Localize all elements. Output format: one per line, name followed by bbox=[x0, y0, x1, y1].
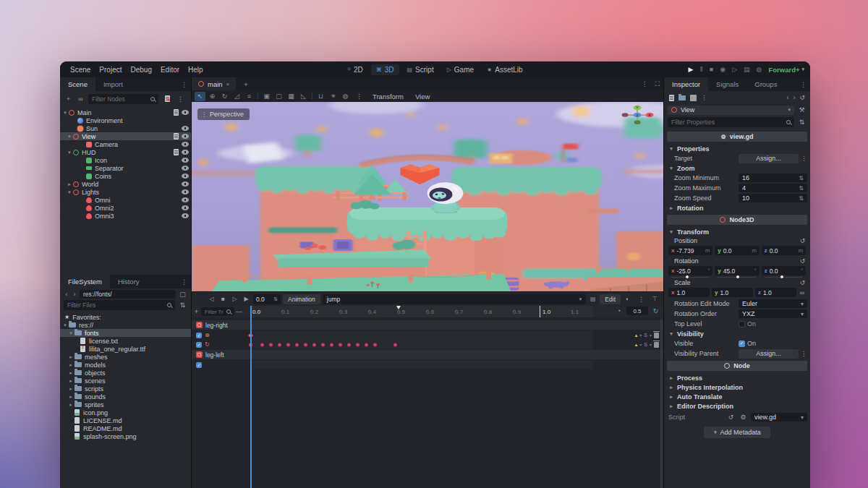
tree-row-omni[interactable]: Omni bbox=[60, 196, 191, 204]
rotation-y-field[interactable]: y45.0° bbox=[715, 266, 759, 275]
play-scene-button[interactable]: ▷ bbox=[732, 66, 737, 73]
tree-row-icon[interactable]: Icon bbox=[60, 156, 191, 164]
tree-row-environment[interactable]: Environment bbox=[60, 116, 191, 124]
top-level-checkbox[interactable] bbox=[739, 321, 745, 328]
animation-name-field[interactable]: jump▾ bbox=[323, 294, 587, 304]
track-row-1[interactable]: ✓ ⊕ ▴▾S▾ bbox=[192, 330, 663, 340]
view-menu[interactable]: View bbox=[410, 93, 435, 100]
script-badge-icon[interactable] bbox=[174, 149, 179, 155]
env-preview-icon[interactable]: ◍ bbox=[340, 92, 351, 101]
delete-track-icon[interactable] bbox=[654, 333, 659, 338]
file-row-models[interactable]: ▸models bbox=[60, 361, 191, 369]
load-resource-icon[interactable] bbox=[678, 95, 686, 100]
script-category-bar[interactable]: ⚙view.gd bbox=[667, 132, 807, 142]
filter-tracks-input[interactable] bbox=[201, 307, 234, 316]
anim-step-forward-button[interactable]: ▷ bbox=[230, 294, 239, 304]
filter-properties-input[interactable] bbox=[668, 117, 794, 127]
tab-list-menu-icon[interactable]: ⋮ bbox=[638, 77, 652, 90]
new-scene-tab-button[interactable]: + bbox=[236, 77, 256, 90]
rotate-tool-icon[interactable]: ↻ bbox=[219, 92, 230, 101]
anim-menu-icon[interactable]: ⋮ bbox=[634, 296, 648, 303]
resource-menu-icon[interactable]: ⋮ bbox=[701, 94, 707, 101]
add-track-button[interactable]: + bbox=[192, 308, 201, 315]
tree-row-camera[interactable]: Camera bbox=[60, 140, 191, 148]
scale-z-field[interactable]: z1.0 bbox=[755, 288, 796, 297]
update-mode-icon[interactable]: ▴ bbox=[635, 333, 638, 338]
spin-updown-icon[interactable]: ⇅ bbox=[799, 195, 804, 202]
visibility-eye-icon[interactable] bbox=[182, 150, 189, 155]
history-icon[interactable]: ↺ bbox=[799, 94, 805, 101]
animation-libraries-icon[interactable]: ▤ bbox=[588, 294, 597, 304]
visibility-eye-icon[interactable] bbox=[182, 213, 189, 218]
anim-edit-button[interactable]: Edit bbox=[600, 294, 621, 304]
chevron-down-icon[interactable]: ▾ bbox=[579, 296, 582, 302]
playhead[interactable] bbox=[250, 306, 252, 488]
select-tool-icon[interactable]: ↖ bbox=[195, 92, 205, 101]
focus-path-icon[interactable]: ▢ bbox=[178, 291, 187, 298]
edited-node-dropdown[interactable]: View ▾ bbox=[668, 106, 794, 115]
tab-history[interactable]: History bbox=[110, 275, 148, 288]
anim-step-back-button[interactable]: ◁ bbox=[207, 294, 216, 304]
spin-updown-icon[interactable]: ⇅ bbox=[799, 175, 804, 181]
tree-row-view[interactable]: ▾View bbox=[60, 132, 191, 140]
sort-files-icon[interactable]: ⇅ bbox=[178, 301, 187, 309]
visibility-eye-icon[interactable] bbox=[182, 189, 189, 194]
rotation-order-dropdown[interactable]: YXZ▾ bbox=[739, 309, 807, 318]
snap-icon[interactable]: ⊔ bbox=[315, 92, 326, 101]
close-tab-icon[interactable]: × bbox=[226, 81, 230, 87]
section-properties[interactable]: ▾Properties bbox=[667, 144, 807, 153]
section-auto-translate[interactable]: ▸Auto Translate bbox=[667, 392, 807, 401]
track-group-leg-left[interactable]: leg-left bbox=[192, 350, 663, 359]
tree-row-hud[interactable]: ▾HUD bbox=[60, 148, 191, 156]
tree-row-main[interactable]: ▾Main bbox=[60, 108, 191, 116]
ruler-icon[interactable]: ◺ bbox=[298, 92, 309, 101]
track-enabled-checkbox[interactable]: ✓ bbox=[196, 362, 202, 368]
menu-editor[interactable]: Editor bbox=[156, 66, 184, 74]
section-transform[interactable]: ▾Transform bbox=[667, 227, 807, 236]
scene-tab-main[interactable]: main × bbox=[192, 77, 236, 90]
onion-skinning-icon[interactable]: ◐ bbox=[623, 294, 632, 304]
tab-inspector[interactable]: Inspector bbox=[664, 77, 708, 91]
menu-project[interactable]: Project bbox=[95, 66, 126, 74]
remote-debug-icon[interactable]: ◉ bbox=[720, 66, 726, 73]
prop-extra-icon[interactable]: ⋮ bbox=[801, 350, 807, 357]
position-x-field[interactable]: x-7.739m bbox=[668, 246, 712, 255]
pause-button[interactable]: Ⅱ bbox=[699, 66, 702, 73]
chevron-down-icon[interactable]: ▾ bbox=[639, 333, 642, 338]
anim-stop-button[interactable]: ■ bbox=[218, 294, 228, 304]
track-group-leg-right[interactable]: leg-right bbox=[192, 320, 663, 330]
node3d-category-bar[interactable]: Node3D bbox=[667, 215, 807, 225]
projection-menu[interactable]: ⋮ Perspective bbox=[197, 108, 250, 120]
visibility-eye-icon[interactable] bbox=[182, 205, 189, 210]
tab-2d[interactable]: ⌗2D bbox=[342, 64, 367, 75]
filter-nodes-input[interactable] bbox=[88, 94, 158, 104]
prop-extra-icon[interactable]: ⋮ bbox=[801, 155, 807, 162]
reset-icon[interactable]: ↺ bbox=[798, 257, 807, 265]
zoom-minimum-field[interactable]: 16⇅ bbox=[739, 174, 807, 182]
chevron-down-icon[interactable]: ▾ bbox=[650, 333, 652, 338]
tree-row-lights[interactable]: ▾Lights bbox=[60, 188, 191, 196]
play-custom-scene-button[interactable]: ▤ bbox=[744, 66, 750, 73]
file-row-objects[interactable]: ▸objects bbox=[60, 369, 191, 377]
timeline-ruler[interactable]: 0.0 0.1 0.2 0.3 0.4 0.5 0.6 0.7 0.8 0.9 … bbox=[250, 306, 593, 317]
file-row-lilita-ttf[interactable]: lilita_one_regular.ttf bbox=[60, 345, 191, 353]
menu-scene[interactable]: Scene bbox=[66, 66, 95, 74]
unlock-icon[interactable]: ▢ bbox=[273, 92, 284, 101]
tab-script[interactable]: ▤Script bbox=[402, 64, 439, 75]
viewport-3d[interactable]: X Y Z ⋮ Perspective bbox=[192, 102, 663, 291]
node-tools-icon[interactable]: ⚒ bbox=[797, 106, 807, 114]
add-metadata-button[interactable]: +Add Metadata bbox=[704, 427, 770, 438]
visibility-eye-icon[interactable] bbox=[182, 174, 189, 179]
gear-icon[interactable]: ⚙ bbox=[739, 414, 748, 421]
reset-icon[interactable]: ↺ bbox=[726, 414, 736, 421]
sun-settings-icon[interactable]: ☀ bbox=[328, 92, 339, 101]
visibility-eye-icon[interactable] bbox=[182, 197, 189, 202]
assign-visibility-parent-button[interactable]: Assign... bbox=[739, 349, 799, 359]
track-row-2[interactable]: ✓ ↻ ▴▾S▾ bbox=[192, 340, 663, 349]
tree-row-world[interactable]: ▸World bbox=[60, 180, 191, 188]
timeline-zoom-icon[interactable]: — bbox=[234, 308, 244, 315]
node-category-bar[interactable]: Node bbox=[667, 361, 807, 371]
tree-row-sun[interactable]: Sun bbox=[60, 124, 191, 132]
scale-x-field[interactable]: x1.0 bbox=[668, 288, 710, 297]
timeline-scrollbar[interactable] bbox=[660, 319, 663, 488]
